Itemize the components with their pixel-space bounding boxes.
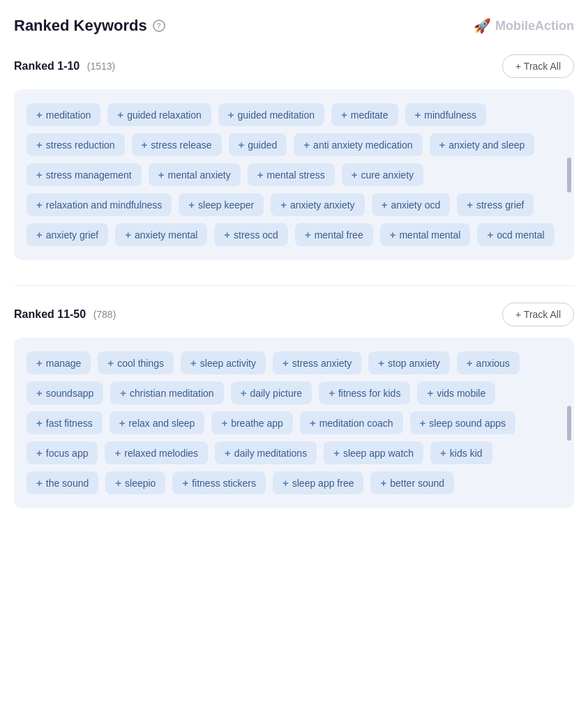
keyword-tag[interactable]: +the sound [27, 471, 98, 494]
keyword-tag[interactable]: +breathe app [211, 411, 293, 434]
keyword-tag[interactable]: +anxiety grief [27, 223, 108, 246]
plus-icon: + [487, 229, 493, 241]
keyword-tag[interactable]: +sleepio [105, 471, 165, 494]
keyword-label: anxious [476, 358, 510, 369]
keyword-tag[interactable]: +meditation coach [300, 411, 403, 434]
keyword-tag[interactable]: +sleep app free [273, 471, 364, 494]
help-icon[interactable]: ? [153, 20, 165, 32]
plus-icon: + [142, 139, 148, 151]
keyword-label: stress release [151, 139, 211, 151]
keyword-tag[interactable]: +fitness stickers [172, 471, 266, 494]
keyword-label: guided relaxation [127, 109, 202, 121]
keyword-tag[interactable]: +kids kid [430, 441, 492, 464]
keyword-tag[interactable]: +anxious [457, 351, 520, 374]
keyword-tag[interactable]: +anxiety mental [115, 223, 207, 246]
keyword-tag[interactable]: +guided [229, 133, 287, 156]
keyword-tag[interactable]: +cure anxiety [342, 163, 423, 186]
section-title-1-10: Ranked 1-10 (1513) [14, 60, 115, 73]
keyword-tag[interactable]: +vids mobile [417, 381, 495, 404]
keyword-label: ocd mental [497, 229, 544, 241]
plus-icon: + [188, 199, 195, 211]
keyword-tag[interactable]: +mindfulness [405, 103, 486, 126]
scrollbar-indicator-2 [567, 406, 571, 441]
keyword-label: focus app [46, 448, 89, 459]
keyword-label: mindfulness [424, 109, 476, 121]
keyword-tag[interactable]: +stop anxiety [368, 351, 449, 374]
plus-icon: + [36, 357, 43, 369]
keyword-tag[interactable]: +meditation [27, 103, 100, 126]
keyword-label: breathe app [231, 418, 283, 429]
keyword-tag[interactable]: +anxiety anxiety [271, 193, 364, 216]
plus-icon: + [390, 229, 396, 241]
plus-icon: + [239, 139, 245, 151]
keyword-tag[interactable]: +sleep activity [181, 351, 266, 374]
plus-icon: + [36, 199, 43, 211]
keyword-label: daily meditations [234, 448, 307, 459]
brand-name: MobileAction [495, 19, 574, 33]
keyword-tag[interactable]: +sleep app watch [324, 441, 423, 464]
keyword-tag[interactable]: +anxiety ocd [372, 193, 451, 216]
keyword-tag[interactable]: +guided relaxation [107, 103, 211, 126]
keyword-tag[interactable]: +daily meditations [215, 441, 317, 464]
track-all-button-1-10[interactable]: + Track All [502, 54, 574, 78]
keyword-tag[interactable]: +fitness for kids [319, 381, 410, 404]
keyword-tag[interactable]: +anxiety and sleep [430, 133, 535, 156]
keyword-label: stress management [46, 169, 132, 181]
plus-icon: + [36, 139, 43, 151]
keyword-tag[interactable]: +fast fitness [27, 411, 103, 434]
plus-icon: + [36, 387, 43, 399]
keyword-tag[interactable]: +sleep keeper [179, 193, 264, 216]
keyword-tag[interactable]: +relaxation and mindfulness [27, 193, 172, 216]
plus-icon: + [440, 447, 446, 459]
keyword-label: anxiety grief [46, 229, 98, 241]
keyword-label: manage [46, 358, 82, 369]
plus-icon: + [107, 357, 114, 369]
keyword-tag[interactable]: +mental free [295, 223, 373, 246]
keyword-tag[interactable]: +soundsapp [27, 381, 103, 404]
track-all-button-11-50[interactable]: + Track All [502, 303, 574, 326]
keyword-tag[interactable]: +daily picture [231, 381, 312, 404]
keyword-tag[interactable]: +mental mental [380, 223, 471, 246]
keyword-tag[interactable]: +mental stress [248, 163, 335, 186]
keyword-tag[interactable]: +better sound [370, 471, 454, 494]
plus-icon: + [221, 417, 227, 429]
keyword-tag[interactable]: +ocd mental [477, 223, 554, 246]
plus-icon: + [415, 109, 421, 121]
keyword-tag[interactable]: +christian meditation [110, 381, 223, 404]
plus-icon: + [225, 447, 231, 459]
keyword-tag[interactable]: +stress reduction [27, 133, 125, 156]
plus-icon: + [36, 169, 43, 181]
plus-icon: + [420, 417, 426, 429]
keyword-label: sleep sound apps [429, 418, 506, 429]
keyword-label: better sound [390, 478, 444, 489]
plus-icon: + [380, 477, 386, 489]
keyword-tag[interactable]: +stress grief [457, 193, 534, 216]
keyword-tag[interactable]: +focus app [27, 441, 98, 464]
keyword-tag[interactable]: +manage [27, 351, 91, 374]
keyword-label: mental mental [399, 229, 460, 241]
keyword-label: anti anxiety medication [313, 139, 412, 151]
plus-icon: + [427, 387, 433, 399]
keyword-tag[interactable]: +relax and sleep [110, 411, 205, 434]
keyword-tag[interactable]: +cool things [98, 351, 174, 374]
keyword-tag[interactable]: +stress release [132, 133, 222, 156]
keyword-label: stress anxiety [292, 358, 352, 369]
plus-icon: + [282, 477, 289, 489]
keyword-tag[interactable]: +guided meditation [218, 103, 324, 126]
keyword-tag[interactable]: +relaxed melodies [105, 441, 208, 464]
keyword-tag[interactable]: +meditate [331, 103, 398, 126]
keyword-label: cure anxiety [361, 169, 414, 181]
section-title-11-50: Ranked 11-50 (788) [14, 308, 116, 321]
plus-icon: + [119, 417, 126, 429]
keyword-tag[interactable]: +anti anxiety medication [294, 133, 422, 156]
keyword-label: sleep app watch [343, 448, 414, 459]
plus-icon: + [282, 357, 289, 369]
keyword-tag[interactable]: +stress ocd [214, 223, 288, 246]
keyword-tag[interactable]: +mental anxiety [149, 163, 241, 186]
keyword-tag[interactable]: +sleep sound apps [410, 411, 516, 434]
brand-rocket-icon: 🚀 [474, 17, 491, 34]
keyword-label: the sound [46, 478, 89, 489]
keyword-tag[interactable]: +stress management [27, 163, 142, 186]
plus-icon: + [305, 229, 311, 241]
keyword-tag[interactable]: +stress anxiety [273, 351, 361, 374]
